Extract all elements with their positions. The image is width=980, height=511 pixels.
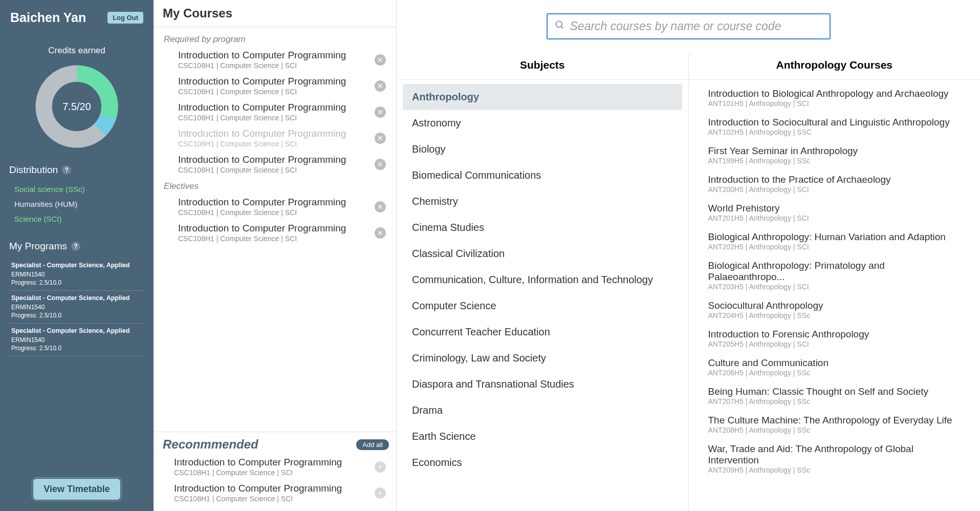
program-progress: Progress: 2.5/10.0 (11, 311, 142, 320)
help-icon[interactable]: ? (62, 165, 71, 175)
catalog-title: Biological Anthropology: Primatology and… (708, 260, 961, 283)
catalog-meta: ANT203H5 | Anthropology | SCI (708, 283, 961, 291)
catalog-meta: ANT205H5 | Anthropology | SCI (708, 340, 961, 348)
catalog-meta: ANT201H5 | Anthropology | SCI (708, 214, 961, 222)
remove-course-icon[interactable]: ✕ (375, 80, 386, 92)
course-row[interactable]: Introduction to Computer ProgrammingCSC1… (163, 195, 389, 221)
remove-course-icon[interactable]: ✕ (375, 54, 386, 66)
recommended-heading: Reconmmended (163, 437, 258, 452)
subject-item[interactable]: Earth Science (403, 423, 682, 450)
distribution-item: Humanities (HUM) (9, 197, 144, 211)
logout-button[interactable]: Log Out (107, 12, 143, 24)
course-row[interactable]: Introduction to Computer ProgrammingCSC1… (163, 74, 389, 100)
distribution-item: Science (SCI) (9, 211, 144, 226)
my-courses-list[interactable]: Required by programIntroduction to Compu… (154, 27, 396, 432)
course-meta: CSC108H1 | Computer Science | SCI (178, 166, 346, 174)
subject-item[interactable]: Communication, Culture, Information and … (403, 267, 682, 293)
add-course-icon[interactable]: ＋ (375, 487, 386, 499)
user-name: Baichen Yan (10, 10, 86, 25)
sidebar-header: Baichen Yan Log Out (6, 10, 147, 25)
catalog-item[interactable]: The Culture Machine: The Anthropology of… (693, 411, 976, 439)
program-item[interactable]: Specialist - Computer Science, AppliedER… (9, 291, 144, 324)
catalog-item[interactable]: Biological Anthropology: Human Variation… (693, 227, 976, 256)
credits-section: Credits earned 7.5/20 (6, 46, 147, 150)
program-progress: Progress: 2.5/10.0 (11, 279, 142, 287)
search-box[interactable] (547, 13, 831, 39)
catalog-title: Culture and Communication (708, 357, 961, 369)
subjects-list[interactable]: AnthropologyAstronomyBiologyBiomedical C… (397, 80, 688, 511)
catalog-item[interactable]: Introduction to the Practice of Archaeol… (693, 170, 976, 199)
program-title: Specialist - Computer Science, Applied (11, 261, 142, 270)
course-title: Introduction to Computer Programming (178, 197, 346, 208)
catalog-item[interactable]: First Year Seminar in AnthropologyANT199… (693, 141, 976, 170)
course-row[interactable]: Introduction to Computer ProgrammingCSC1… (163, 100, 389, 126)
subject-item[interactable]: Diaspora and Transnational Studies (403, 371, 682, 397)
subject-item[interactable]: Criminology, Law and Society (403, 345, 682, 371)
remove-course-icon[interactable]: ✕ (375, 133, 386, 144)
course-group-label: Electives (164, 181, 389, 191)
subject-item[interactable]: Classical Civilization (403, 241, 682, 267)
catalog-meta: ANT207H5 | Anthropology | SSc (708, 397, 961, 406)
subject-item[interactable]: Concurrent Teacher Education (403, 319, 682, 345)
recommended-row[interactable]: Introduction to Computer ProgrammingCSC1… (163, 455, 389, 481)
view-timetable-button[interactable]: View Timetable (32, 478, 121, 501)
catalog-meta: ANT208H5 | Anthropology | SSc (708, 426, 961, 434)
program-item[interactable]: Specialist - Computer Science, AppliedER… (9, 258, 144, 291)
program-item[interactable]: Specialist - Computer Science, AppliedER… (9, 324, 144, 356)
subject-item[interactable]: Cinema Studies (403, 215, 682, 241)
course-row[interactable]: Introduction to Computer ProgrammingCSC1… (163, 126, 389, 152)
add-course-icon[interactable]: ＋ (375, 461, 386, 473)
course-title: Introduction to Computer Programming (178, 50, 346, 61)
course-meta: CSC108H1 | Computer Science | SCI (178, 114, 346, 122)
svg-line-4 (561, 27, 563, 29)
remove-course-icon[interactable]: ✕ (375, 201, 386, 212)
distribution-heading: Distribution ? (9, 164, 144, 176)
subject-item[interactable]: Computer Science (403, 293, 682, 319)
course-title: Introduction to Computer Programming (174, 483, 342, 494)
course-meta: CSC108H1 | Computer Science | SCI (178, 61, 346, 70)
courses-heading: Anthropology Courses (689, 54, 981, 80)
remove-course-icon[interactable]: ✕ (375, 227, 386, 239)
subject-item[interactable]: Astronomy (403, 110, 682, 136)
courses-list[interactable]: Introduction to Biological Anthropology … (689, 80, 981, 511)
courses-column: Anthropology Courses Introduction to Bio… (688, 54, 981, 511)
catalog-item[interactable]: Introduction to Sociocultural and Lingui… (693, 113, 976, 141)
remove-course-icon[interactable]: ✕ (375, 159, 386, 170)
catalog-item[interactable]: Biological Anthropology: Primatology and… (693, 256, 976, 296)
program-title: Specialist - Computer Science, Applied (11, 327, 142, 336)
catalog-title: First Year Seminar in Anthropology (708, 145, 961, 157)
subject-item[interactable]: Chemistry (403, 188, 682, 215)
add-all-button[interactable]: Add all (356, 439, 389, 450)
catalog-panel: Subjects AnthropologyAstronomyBiologyBio… (397, 0, 980, 511)
course-meta: CSC108H1 | Computer Science | SCI (174, 495, 342, 503)
catalog-title: Introduction to Biological Anthropology … (708, 88, 961, 99)
subject-item[interactable]: Biology (403, 136, 682, 162)
subject-item[interactable]: Drama (403, 397, 682, 423)
subject-item[interactable]: Anthropology (403, 84, 682, 110)
course-row[interactable]: Introduction to Computer ProgrammingCSC1… (163, 221, 389, 247)
search-icon (555, 20, 565, 33)
subject-item[interactable]: Economics (403, 450, 682, 476)
credits-value: 7.5/20 (62, 101, 91, 113)
my-courses-panel: My Courses Required by programIntroducti… (154, 0, 397, 511)
course-row[interactable]: Introduction to Computer ProgrammingCSC1… (163, 152, 389, 178)
catalog-item[interactable]: Sociocultural AnthropologyANT204H5 | Ant… (693, 296, 976, 325)
course-row[interactable]: Introduction to Computer ProgrammingCSC1… (163, 48, 389, 74)
catalog-item[interactable]: World PrehistoryANT201H5 | Anthropology … (693, 199, 976, 227)
catalog-item[interactable]: Culture and CommunicationANT206H5 | Anth… (693, 353, 976, 382)
catalog-item[interactable]: Being Human: Classic Thought on Self and… (693, 382, 976, 411)
distribution-item: Social science (SSc) (9, 182, 144, 197)
catalog-item[interactable]: War, Trade and Aid: The Anthropology of … (693, 439, 976, 479)
help-icon[interactable]: ? (71, 242, 80, 251)
credits-label: Credits earned (6, 46, 147, 56)
course-title: Introduction to Computer Programming (178, 76, 346, 87)
recommended-row[interactable]: Introduction to Computer ProgrammingCSC1… (163, 481, 389, 507)
course-meta: CSC108H1 | Computer Science | SCI (174, 469, 342, 477)
subject-item[interactable]: Biomedical Communications (403, 162, 682, 188)
catalog-item[interactable]: Introduction to Biological Anthropology … (693, 84, 976, 113)
my-courses-heading: My Courses (154, 0, 396, 27)
remove-course-icon[interactable]: ✕ (375, 107, 386, 118)
catalog-title: Sociocultural Anthropology (708, 300, 961, 311)
search-input[interactable] (570, 19, 822, 33)
catalog-item[interactable]: Introduction to Forensic AnthropologyANT… (693, 325, 976, 353)
